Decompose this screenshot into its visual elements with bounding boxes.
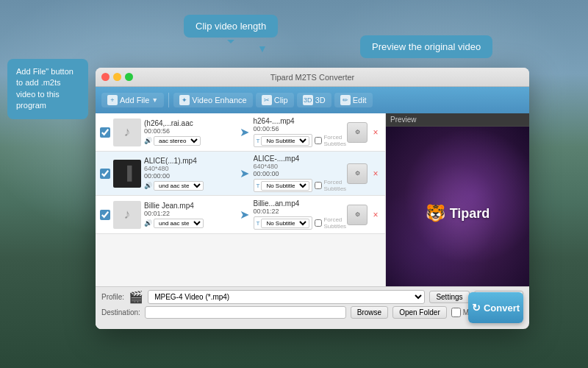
file-name-2: ALICE(...1).mp4	[144, 157, 235, 165]
window-title: Tipard M2TS Converter	[270, 73, 355, 82]
file-thumb-3: ♪	[113, 201, 141, 229]
forced-checkbox-3[interactable]	[315, 219, 322, 227]
file-del-btn-2[interactable]: ×	[370, 169, 381, 179]
convert-button[interactable]: ↻ Convert	[468, 292, 523, 323]
file-dur-1: 00:00:56	[144, 127, 235, 135]
subtitle-row-1: T No Subtitle Forced Subtitles	[254, 134, 345, 147]
minimize-button[interactable]	[113, 73, 121, 81]
file-dur-3: 00:01:22	[144, 210, 235, 217]
video-enhance-icon: ✦	[179, 95, 190, 105]
file-dur-2: 00:00:00	[144, 172, 235, 180]
profile-icon: 🎬	[129, 290, 143, 304]
bottom-bar: Profile: 🎬 MPEG-4 Video (*.mp4) Settings…	[96, 286, 529, 329]
file-del-btn-3[interactable]: ×	[370, 210, 381, 220]
settings-button[interactable]: Settings	[429, 291, 469, 303]
file-info-2: ALICE(...1).mp4 640*480 00:00:00 🔊 und a…	[144, 157, 235, 191]
output-res-2: 640*480	[254, 163, 345, 170]
destination-row: Destination: Browse Open Folder Merge in…	[101, 306, 523, 319]
edit-button[interactable]: ✏ Edit	[334, 93, 373, 107]
maximize-button[interactable]	[125, 73, 133, 81]
file-settings-btn-3[interactable]: ⚙	[347, 205, 368, 225]
file-info-1: (h264,...rai.aac 00:00:56 🔊 aac stereo	[144, 119, 235, 146]
file-output-2: ALICE-....mp4 640*480 00:00:00 T No Subt…	[254, 155, 345, 192]
output-name-2: ALICE-....mp4	[254, 155, 345, 163]
subtitle-select-1[interactable]: No Subtitle	[261, 136, 309, 146]
clip-icon: ✂	[262, 95, 272, 105]
audio-select-3[interactable]: und aac ste	[154, 219, 204, 228]
convert-icon: ↻	[472, 302, 481, 314]
toolbar: + Add File ▼ ✦ Video Enhance ✂ Clip 3D 3…	[96, 87, 529, 113]
file-output-3: Billie...an.mp4 00:01:22 T No Subtitle F…	[254, 199, 345, 230]
forced-sub-3: Forced Subtitles	[315, 216, 346, 230]
file-thumb-1: ♪	[113, 118, 141, 146]
arrow-icon-2: ➤	[240, 166, 249, 180]
add-file-button[interactable]: + Add File ▼	[101, 93, 164, 107]
file-res-2: 640*480	[144, 165, 235, 172]
file-name-3: Billie Jean.mp4	[144, 202, 235, 210]
forced-checkbox-1[interactable]	[315, 137, 322, 144]
arrow-icon-3: ➤	[240, 208, 249, 222]
table-row: ▐ ALICE(...1).mp4 640*480 00:00:00 🔊 und…	[96, 152, 385, 196]
file-settings-btn-2[interactable]: ⚙	[347, 163, 368, 184]
toolbar-divider-1	[168, 93, 169, 107]
tooltip-clip: Clip video length	[184, 15, 278, 38]
file-del-btn-1[interactable]: ×	[370, 127, 381, 138]
file-info-3: Billie Jean.mp4 00:01:22 🔊 und aac ste	[144, 202, 235, 228]
table-row: ♪ (h264,...rai.aac 00:00:56 🔊 aac stereo…	[96, 113, 385, 152]
profile-select[interactable]: MPEG-4 Video (*.mp4)	[148, 290, 425, 304]
subtitle-box-2: T No Subtitle	[254, 179, 313, 192]
preview-video: 🐯 Tipard	[386, 127, 529, 300]
file-audio-1: 🔊 aac stereo	[144, 136, 235, 146]
subtitle-box-1: T No Subtitle	[254, 134, 313, 147]
file-checkbox-2[interactable]	[100, 169, 110, 179]
table-row: ♪ Billie Jean.mp4 00:01:22 🔊 und aac ste…	[96, 196, 385, 234]
subtitle-select-3[interactable]: No Subtitle	[261, 219, 309, 228]
forced-checkbox-2[interactable]	[315, 182, 322, 189]
forced-sub-1: Forced Subtitles	[315, 134, 346, 147]
tooltip-preview: Preview the original video	[360, 35, 492, 58]
3d-button[interactable]: 3D 3D	[297, 93, 331, 107]
title-bar: Tipard M2TS Converter	[96, 68, 529, 87]
tipard-logo: 🐯 Tipard	[426, 204, 490, 223]
file-output-1: h264-....mp4 00:00:56 T No Subtitle Forc…	[254, 117, 345, 147]
file-thumb-2: ▐	[113, 160, 141, 188]
clip-arrow-indicator: ▼	[257, 43, 268, 54]
browse-button[interactable]: Browse	[351, 306, 388, 319]
preview-label: Preview	[386, 113, 529, 127]
profile-row: Profile: 🎬 MPEG-4 Video (*.mp4) Settings…	[101, 290, 523, 304]
forced-sub-2: Forced Subtitles	[315, 179, 346, 192]
3d-icon: 3D	[303, 95, 313, 105]
destination-input[interactable]	[145, 306, 346, 319]
edit-icon: ✏	[340, 95, 351, 105]
tooltip-addfile: Add File" button to add .m2ts video to t…	[7, 59, 88, 119]
video-enhance-button[interactable]: ✦ Video Enhance	[173, 93, 252, 107]
subtitle-select-2[interactable]: No Subtitle	[261, 181, 309, 191]
arrow-icon-1: ➤	[240, 125, 249, 139]
app-window: Tipard M2TS Converter + Add File ▼ ✦ Vid…	[96, 68, 529, 329]
file-settings-btn-1[interactable]: ⚙	[347, 122, 368, 143]
output-dur-3: 00:01:22	[254, 208, 345, 215]
audio-select-2[interactable]: und aac ste	[154, 181, 204, 191]
subtitle-box-3: T No Subtitle	[254, 216, 313, 230]
file-checkbox-1[interactable]	[100, 127, 110, 138]
clip-button[interactable]: ✂ Clip	[256, 93, 294, 107]
add-file-icon: +	[107, 95, 118, 105]
profile-label: Profile:	[101, 293, 124, 301]
file-audio-2: 🔊 und aac ste	[144, 181, 235, 191]
subtitle-row-2: T No Subtitle Forced Subtitles	[254, 179, 345, 192]
tipard-tiger-icon: 🐯	[426, 204, 445, 223]
traffic-lights	[101, 73, 133, 81]
file-audio-3: 🔊 und aac ste	[144, 219, 235, 228]
audio-select-1[interactable]: aac stereo	[154, 136, 201, 146]
open-folder-button[interactable]: Open Folder	[392, 306, 447, 319]
file-name-1: (h264,...rai.aac	[144, 119, 235, 127]
subtitle-row-3: T No Subtitle Forced Subtitles	[254, 216, 345, 230]
merge-checkbox[interactable]	[451, 308, 461, 317]
file-checkbox-3[interactable]	[100, 210, 110, 220]
output-dur-2: 00:00:00	[254, 170, 345, 177]
tipard-brand-text: Tipard	[450, 206, 490, 222]
close-button[interactable]	[101, 73, 110, 81]
output-dur-1: 00:00:56	[254, 125, 345, 132]
output-name-1: h264-....mp4	[254, 117, 345, 125]
convert-label: Convert	[484, 302, 520, 314]
